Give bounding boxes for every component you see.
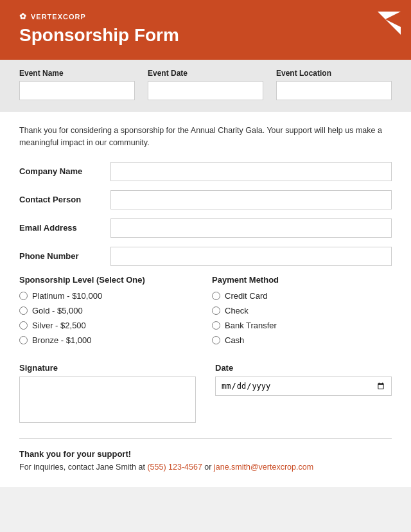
sponsorship-option-2: Silver - $2,500 — [19, 321, 199, 330]
company-name-row: Company Name — [19, 162, 392, 181]
brand-name: VERTEXCORP — [31, 13, 86, 21]
payment-title: Payment Method — [212, 275, 392, 285]
payment-label-2: Bank Transfer — [225, 321, 277, 330]
email-input[interactable] — [110, 218, 392, 238]
signature-date-row: Signature Date — [19, 363, 392, 423]
signature-box[interactable] — [19, 377, 196, 423]
phone-row: Phone Number — [19, 247, 392, 266]
header: ✿ VERTEXCORP Sponsorship Form — [0, 0, 411, 60]
sponsorship-radio-0[interactable] — [19, 292, 28, 300]
company-name-input[interactable] — [110, 162, 392, 181]
sponsorship-payment-section: Sponsorship Level (Select One) Platinum … — [19, 275, 392, 350]
phone-input[interactable] — [110, 247, 392, 266]
sponsorship-radio-3[interactable] — [19, 336, 28, 344]
sponsorship-radio-2[interactable] — [19, 321, 28, 330]
footer-section: Thank you for your support! For inquirie… — [19, 438, 392, 472]
date-field: Date — [215, 363, 392, 396]
email-label: Email Address — [19, 223, 103, 233]
sponsorship-option-0: Platinum - $10,000 — [19, 291, 199, 301]
event-date-field: Event Date — [148, 69, 263, 100]
sponsorship-title: Sponsorship Level (Select One) — [19, 275, 199, 285]
payment-radio-2[interactable] — [212, 321, 220, 330]
event-location-field: Event Location — [276, 69, 392, 100]
email-row: Email Address — [19, 218, 392, 238]
date-label: Date — [215, 363, 392, 373]
event-name-field: Event Name — [19, 69, 135, 100]
payment-option-0: Credit Card — [212, 291, 392, 301]
payment-label-1: Check — [225, 306, 249, 315]
main-content: Thank you for considering a sponsorship … — [0, 112, 411, 487]
gear-icon: ✿ — [19, 12, 27, 21]
contact-person-row: Contact Person — [19, 190, 392, 209]
sponsorship-radio-1[interactable] — [19, 306, 28, 315]
contact-phone[interactable]: (555) 123-4567 — [147, 463, 202, 472]
sponsorship-label-2: Silver - $2,500 — [32, 321, 86, 330]
event-location-label: Event Location — [276, 69, 392, 78]
signature-label: Signature — [19, 363, 196, 373]
sponsorship-label-1: Gold - $5,000 — [32, 306, 83, 315]
event-name-label: Event Name — [19, 69, 135, 78]
event-location-input[interactable] — [276, 81, 392, 100]
signature-field: Signature — [19, 363, 196, 423]
payment-option-3: Cash — [212, 335, 392, 345]
corner-logo — [375, 9, 398, 32]
page-title: Sponsorship Form — [19, 25, 392, 46]
payment-radio-1[interactable] — [212, 306, 220, 315]
payment-radio-0[interactable] — [212, 292, 220, 300]
event-date-input[interactable] — [148, 81, 263, 100]
phone-label: Phone Number — [19, 251, 103, 261]
sponsorship-label-3: Bronze - $1,000 — [32, 335, 92, 345]
contact-line: For inquiries, contact Jane Smith at (55… — [19, 463, 392, 472]
sponsorship-label-0: Platinum - $10,000 — [32, 291, 102, 301]
sponsorship-col: Sponsorship Level (Select One) Platinum … — [19, 275, 199, 350]
thank-you-text: Thank you for your support! — [19, 449, 392, 459]
contact-mid: or — [202, 463, 214, 472]
company-name-label: Company Name — [19, 166, 103, 176]
sponsorship-option-1: Gold - $5,000 — [19, 306, 199, 315]
intro-text: Thank you for considering a sponsorship … — [19, 125, 392, 149]
contact-before: For inquiries, contact Jane Smith at — [19, 463, 147, 472]
contact-person-input[interactable] — [110, 190, 392, 209]
payment-option-2: Bank Transfer — [212, 321, 392, 330]
event-date-label: Event Date — [148, 69, 263, 78]
contact-email[interactable]: jane.smith@vertexcrop.com — [214, 463, 313, 472]
payment-option-1: Check — [212, 306, 392, 315]
event-name-input[interactable] — [19, 81, 135, 100]
payment-radio-3[interactable] — [212, 336, 220, 344]
contact-person-label: Contact Person — [19, 195, 103, 204]
payment-label-0: Credit Card — [225, 291, 267, 301]
payment-label-3: Cash — [225, 335, 244, 345]
date-input[interactable] — [215, 377, 392, 396]
brand-bar: ✿ VERTEXCORP — [19, 12, 392, 21]
payment-col: Payment Method Credit Card Check Bank Tr… — [212, 275, 392, 350]
event-bar: Event Name Event Date Event Location — [0, 60, 411, 112]
sponsorship-option-3: Bronze - $1,000 — [19, 335, 199, 345]
